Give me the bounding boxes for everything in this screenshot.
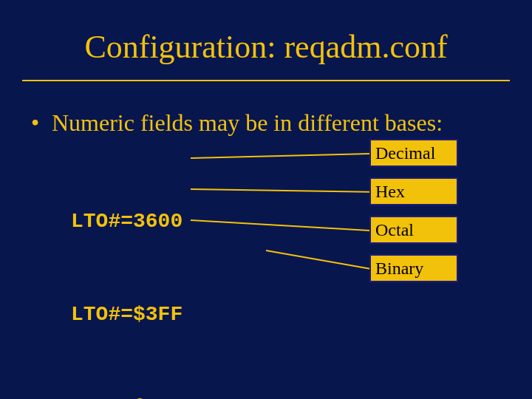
bullet-text: Numeric fields may be in different bases… [52,109,443,137]
label-binary: Binary [369,254,458,282]
code-line-hex: LTO#=$3FF [71,299,257,330]
slide-title: Configuration: reqadm.conf [0,28,532,66]
label-decimal: Decimal [369,139,458,167]
label-hex: Hex [369,177,458,205]
code-line-octal: LTO#=@277 [71,392,257,399]
title-underline [22,80,510,81]
bullet-row: Numeric fields may be in different bases… [31,109,510,137]
label-octal: Octal [369,216,458,244]
connector-line [266,250,370,270]
code-block: LTO#=3600 LTO#=$3FF LTO#=@277 LTO#=%0101… [71,144,257,399]
label-column: Decimal Hex Octal Binary [369,139,458,293]
slide: Configuration: reqadm.conf Numeric field… [0,0,532,399]
bullet-dot-icon [31,109,52,137]
